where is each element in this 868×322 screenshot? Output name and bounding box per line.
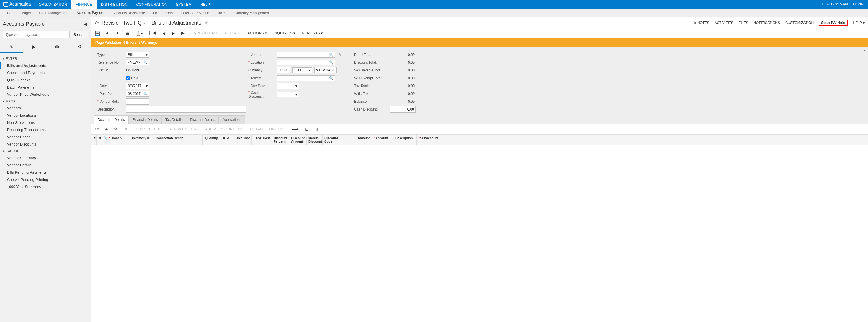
tree-item-recurring-transactions[interactable]: Recurring Transactions bbox=[0, 126, 91, 133]
tree-item-quick-checks[interactable]: Quick Checks bbox=[0, 76, 91, 84]
sub-nav-accounts-receivable[interactable]: Accounts Receivable bbox=[108, 9, 149, 18]
vendor-ref-input[interactable] bbox=[126, 98, 149, 105]
actions-menu[interactable]: ACTIONS ▾ bbox=[247, 31, 267, 35]
help-link[interactable]: HELP ▾ bbox=[853, 21, 865, 25]
vendor-edit-icon[interactable]: ✎ bbox=[337, 53, 343, 57]
sidebar-tab-edit[interactable]: ✎ bbox=[0, 41, 23, 53]
notes-action[interactable]: 🗎 NOTES bbox=[693, 21, 709, 25]
sub-nav-deferred-revenue[interactable]: Deferred Revenue bbox=[177, 9, 213, 18]
view-base-button[interactable]: VIEW BASE bbox=[314, 67, 337, 73]
save-button[interactable]: 💾 bbox=[95, 31, 100, 36]
favorite-icon[interactable]: ★ bbox=[204, 20, 209, 26]
grid-body[interactable] bbox=[91, 145, 868, 322]
next-button[interactable]: ▶ bbox=[172, 31, 175, 36]
top-module-system[interactable]: SYSTEM bbox=[172, 0, 196, 9]
grid-col-uom[interactable]: UOM bbox=[220, 134, 231, 145]
grid-col-description[interactable]: Description bbox=[394, 134, 416, 145]
refresh-icon[interactable]: ⟳ bbox=[95, 20, 99, 26]
grid-col-attach[interactable]: 📎 bbox=[102, 134, 107, 145]
detail-tab-financial-details[interactable]: Financial Details bbox=[129, 116, 162, 124]
sidebar-tab-settings[interactable]: ⚙ bbox=[68, 41, 91, 53]
add-button[interactable]: + bbox=[116, 30, 119, 36]
reports-menu[interactable]: REPORTS ▾ bbox=[302, 31, 323, 35]
detail-tab-discount-details[interactable]: Discount Details bbox=[186, 116, 219, 124]
cash-discount-input[interactable] bbox=[390, 106, 416, 112]
grid-col-amount[interactable]: Amount bbox=[340, 134, 372, 145]
detail-tab-tax-details[interactable]: Tax Details bbox=[162, 116, 186, 124]
customization-action[interactable]: CUSTOMIZATION bbox=[785, 21, 814, 25]
tree-item-vendor-details[interactable]: Vendor Details bbox=[0, 161, 91, 169]
tree-item-vendor-locations[interactable]: Vendor Locations bbox=[0, 112, 91, 119]
tree-item-checks-pending-printing[interactable]: Checks Pending Printing bbox=[0, 176, 91, 183]
top-module-configuration[interactable]: CONFIGURATION bbox=[132, 0, 172, 9]
search-button[interactable]: Search bbox=[70, 31, 88, 38]
tree-item-vendor-discounts[interactable]: Vendor Discounts bbox=[0, 140, 91, 148]
sub-nav-accounts-payable[interactable]: Accounts Payable bbox=[73, 9, 108, 18]
grid-col-account[interactable]: *Account bbox=[372, 134, 394, 145]
sub-nav-cash-management[interactable]: Cash Management bbox=[35, 9, 72, 18]
notifications-action[interactable]: NOTIFICATIONS bbox=[753, 21, 780, 25]
activities-action[interactable]: ACTIVITIES bbox=[714, 21, 733, 25]
username[interactable]: ADMIN bbox=[852, 2, 864, 6]
grid-export-icon[interactable]: ⊡ bbox=[305, 126, 309, 132]
brand-logo[interactable]: Acumatica bbox=[0, 2, 34, 7]
grid-col-manual-discount[interactable]: Manual Discount bbox=[307, 134, 322, 145]
sidebar-collapse-button[interactable]: ◀ bbox=[83, 20, 88, 28]
tree-item-batch-payments[interactable]: Batch Payments bbox=[0, 84, 91, 91]
grid-col-subaccount[interactable]: *Subaccount bbox=[416, 134, 450, 145]
last-button[interactable]: ▶⎸ bbox=[181, 31, 188, 36]
type-select[interactable]: Bill▾ bbox=[126, 52, 149, 58]
vendor-input[interactable]: 🔍 bbox=[277, 52, 335, 58]
grid-col-discount-amount[interactable]: Discount Amount bbox=[289, 134, 307, 145]
sub-nav-general-ledger[interactable]: General Ledger bbox=[3, 9, 35, 18]
tree-group-enter[interactable]: ▾ ENTER bbox=[0, 56, 91, 62]
company-selector[interactable]: Revision Two HQ ▾ bbox=[101, 20, 145, 26]
grid-fit-icon[interactable]: ⟷ bbox=[292, 126, 299, 132]
form-collapse-icon[interactable]: ▴ bbox=[864, 48, 866, 52]
grid-edit-icon[interactable]: ✎ bbox=[114, 126, 118, 132]
post-period-input[interactable]: 08-2017🔍 bbox=[126, 91, 149, 97]
tree-item-vendor-price-worksheets[interactable]: Vendor Price Worksheets bbox=[0, 91, 91, 98]
search-input[interactable] bbox=[3, 31, 70, 38]
detail-tab-document-details[interactable]: Document Details bbox=[94, 116, 129, 124]
currency-code[interactable]: USD bbox=[277, 67, 290, 73]
grid-col-status[interactable]: ⚑ bbox=[91, 134, 97, 145]
grid-add-icon[interactable]: + bbox=[105, 127, 107, 132]
sidebar-tab-chart[interactable] bbox=[46, 41, 69, 53]
sub-nav-fixed-assets[interactable]: Fixed Assets bbox=[149, 9, 177, 18]
grid-col-discount-code[interactable]: Discount Code bbox=[322, 134, 340, 145]
step-badge[interactable]: Step: INV Hold bbox=[819, 20, 847, 26]
grid-col-note[interactable]: 🗎 bbox=[97, 134, 102, 145]
due-date-input[interactable]: ▾ bbox=[277, 83, 299, 89]
tree-item-1099-year-summary[interactable]: 1099 Year Summary bbox=[0, 183, 91, 190]
ref-nbr-input[interactable]: <NEW>🔍 bbox=[126, 60, 149, 65]
sidebar-tab-play[interactable]: ▶ bbox=[23, 41, 46, 53]
grid-col-ext.-cost[interactable]: Ext. Cost bbox=[252, 134, 272, 145]
top-module-organization[interactable]: ORGANIZATION bbox=[34, 0, 71, 9]
grid-col-transaction-descr.[interactable]: Transaction Descr. bbox=[153, 134, 203, 145]
top-module-help[interactable]: HELP bbox=[196, 0, 214, 9]
sub-nav-taxes[interactable]: Taxes bbox=[213, 9, 230, 18]
grid-col-quantity[interactable]: Quantity bbox=[203, 134, 220, 145]
delete-button[interactable]: 🗑 bbox=[126, 31, 130, 36]
location-input[interactable]: 🔍 bbox=[277, 60, 335, 65]
tree-group-manage[interactable]: ▾ MANAGE bbox=[0, 98, 91, 104]
prev-button[interactable]: ◀ bbox=[162, 31, 165, 36]
clipboard-button[interactable]: 📋▾ bbox=[136, 31, 143, 36]
grid-col-unit-cost[interactable]: Unit Cost bbox=[231, 134, 252, 145]
tree-item-bills-pending-payments[interactable]: Bills Pending Payments bbox=[0, 169, 91, 176]
date-input[interactable]: 8/3/2017▾ bbox=[126, 83, 149, 89]
hold-checkbox[interactable]: Hold bbox=[126, 76, 138, 80]
first-button[interactable]: ⎸◀ bbox=[149, 31, 156, 36]
grid-upload-icon[interactable]: ⬆ bbox=[315, 126, 319, 132]
tree-item-vendor-prices[interactable]: Vendor Prices bbox=[0, 133, 91, 140]
top-module-distribution[interactable]: DISTRIBUTION bbox=[97, 0, 132, 9]
grid-col-branch[interactable]: *Branch bbox=[107, 134, 130, 145]
undo-button[interactable]: ↶ bbox=[106, 31, 110, 36]
grid-refresh-icon[interactable]: ⟳ bbox=[95, 126, 99, 132]
tree-item-non-stock-items[interactable]: Non-Stock Items bbox=[0, 119, 91, 126]
cash-discount-date-input[interactable]: ▾ bbox=[277, 92, 299, 97]
tree-item-checks-and-payments[interactable]: Checks and Payments bbox=[0, 69, 91, 76]
grid-col-discount-percent[interactable]: Discount Percent bbox=[272, 134, 289, 145]
tree-item-bills-and-adjustments[interactable]: Bills and Adjustments bbox=[0, 62, 91, 69]
